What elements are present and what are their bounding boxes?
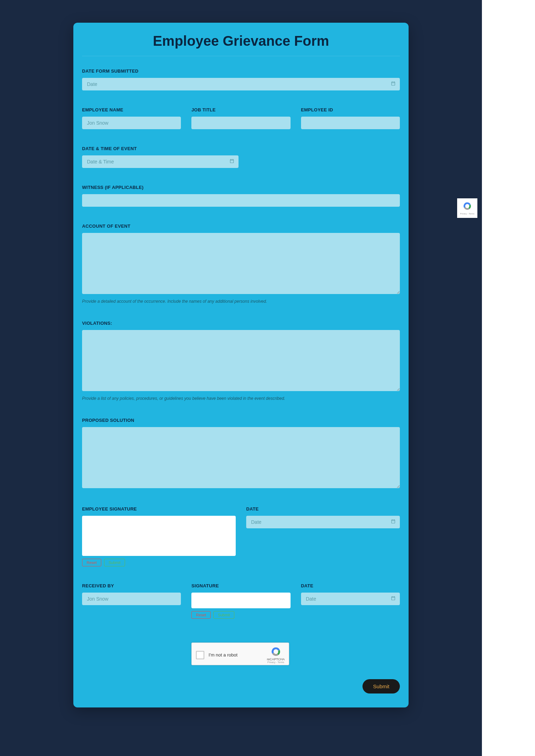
received-by-input[interactable] [82,593,181,605]
recaptcha-spacer-right [301,636,400,665]
employee-id-input[interactable] [301,117,400,129]
job-title-label: JOB TITLE [191,107,290,112]
date-submitted-label: DATE FORM SUBMITTED [82,68,400,74]
row-employee-signature: EMPLOYEE SIGNATURE Reset Submit DATE [82,506,400,566]
recaptcha-label: I'm not a robot [208,652,263,658]
recaptcha-widget: I'm not a robot reCAPTCHA Privacy - Term… [191,643,289,665]
event-datetime-input[interactable] [82,155,239,168]
submit-row: Submit [82,679,400,693]
row-employee-info: EMPLOYEE NAME JOB TITLE EMPLOYEE ID [82,107,400,129]
event-datetime-input-wrap [82,155,239,168]
row-recaptcha: I'm not a robot reCAPTCHA Privacy - Term… [82,636,400,665]
received-date-input-wrap [301,593,400,605]
received-signature-label: SIGNATURE [191,583,290,588]
recaptcha-terms: Privacy - Terms [267,661,285,663]
employee-signature-submit-button[interactable]: Submit [104,559,125,566]
field-signature-date: DATE [246,506,400,566]
event-datetime-label: DATE & TIME OF EVENT [82,146,400,151]
received-date-input[interactable] [301,593,400,605]
employee-id-label: EMPLOYEE ID [301,107,400,112]
recaptcha-column: I'm not a robot reCAPTCHA Privacy - Term… [191,636,290,665]
recaptcha-logo: reCAPTCHA Privacy - Terms [267,646,285,663]
field-employee-name: EMPLOYEE NAME [82,107,181,129]
violations-textarea[interactable] [82,330,400,391]
employee-signature-buttons: Reset Submit [82,559,236,566]
field-account: ACCOUNT OF EVENT Provide a detailed acco… [82,223,400,304]
signature-date-input-wrap [246,516,400,528]
signature-date-label: DATE [246,506,400,512]
employee-signature-reset-button[interactable]: Reset [82,559,101,566]
recaptcha-inner: I'm not a robot reCAPTCHA Privacy - Term… [196,646,285,663]
employee-signature-label: EMPLOYEE SIGNATURE [82,506,236,512]
page-background: Employee Grievance Form DATE FORM SUBMIT… [0,0,482,756]
field-date-submitted: DATE FORM SUBMITTED [82,68,400,90]
field-proposed-solution: PROPOSED SOLUTION [82,418,400,490]
employee-name-label: EMPLOYEE NAME [82,107,181,112]
account-label: ACCOUNT OF EVENT [82,223,400,229]
received-signature-submit-button[interactable]: Submit [213,611,234,619]
received-signature-reset-button[interactable]: Reset [191,611,211,619]
violations-label: VIOLATIONS: [82,321,400,326]
recaptcha-floating-badge[interactable]: Privacy - Terms [457,198,477,218]
employee-name-input[interactable] [82,117,181,129]
row-received: RECEIVED BY SIGNATURE Reset Submit DATE [82,583,400,619]
date-submitted-input[interactable] [82,78,400,90]
field-received-date: DATE [301,583,400,619]
recaptcha-floating-terms: Privacy - Terms [460,213,474,215]
grievance-form-card: Employee Grievance Form DATE FORM SUBMIT… [73,23,409,707]
recaptcha-checkbox[interactable] [196,651,204,659]
field-violations: VIOLATIONS: Provide a list of any polici… [82,321,400,401]
violations-help: Provide a list of any policies, procedur… [82,396,400,401]
field-received-signature: SIGNATURE Reset Submit [191,583,290,619]
date-submitted-input-wrap [82,78,400,90]
recaptcha-brand: reCAPTCHA [267,658,285,661]
witness-label: WITNESS (IF APPLICABLE) [82,185,400,190]
recaptcha-spacer-left [82,636,181,665]
received-signature-buttons: Reset Submit [191,611,290,619]
employee-signature-pad[interactable] [82,516,236,556]
account-help: Provide a detailed account of the occurr… [82,299,400,304]
submit-button[interactable]: Submit [362,679,400,693]
field-event-datetime: DATE & TIME OF EVENT [82,146,400,168]
recaptcha-icon [271,646,281,657]
proposed-solution-label: PROPOSED SOLUTION [82,418,400,423]
field-job-title: JOB TITLE [191,107,290,129]
field-employee-id: EMPLOYEE ID [301,107,400,129]
witness-input[interactable] [82,194,400,207]
recaptcha-icon [463,201,472,212]
field-received-by: RECEIVED BY [82,583,181,619]
account-textarea[interactable] [82,233,400,294]
field-employee-signature: EMPLOYEE SIGNATURE Reset Submit [82,506,236,566]
form-title: Employee Grievance Form [82,33,400,56]
job-title-input[interactable] [191,117,290,129]
signature-date-input[interactable] [246,516,400,528]
field-witness: WITNESS (IF APPLICABLE) [82,185,400,207]
received-by-label: RECEIVED BY [82,583,181,588]
proposed-solution-textarea[interactable] [82,427,400,488]
received-date-label: DATE [301,583,400,588]
received-signature-pad[interactable] [191,593,290,608]
